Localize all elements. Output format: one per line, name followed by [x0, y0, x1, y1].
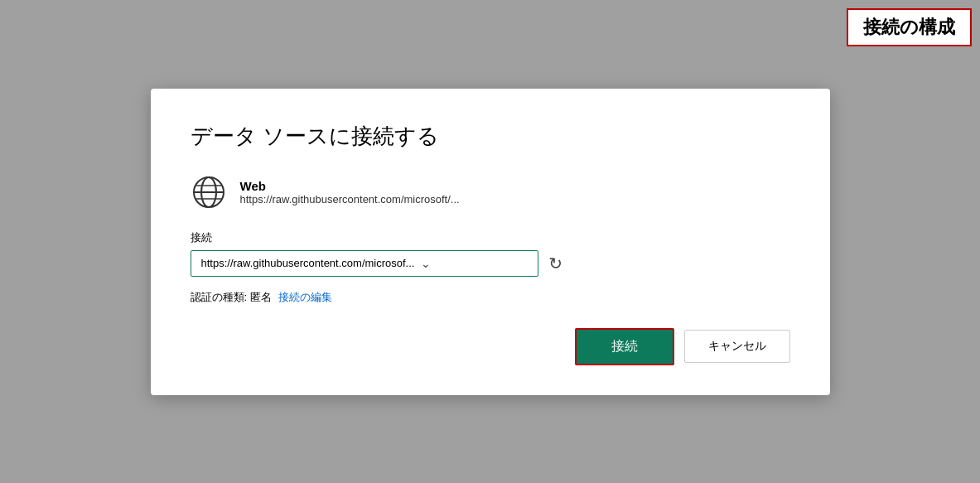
globe-icon — [191, 174, 227, 210]
connection-row: https://raw.githubusercontent.com/micros… — [191, 250, 790, 277]
title-badge: 接続の構成 — [847, 8, 972, 46]
source-info: Web https://raw.githubusercontent.com/mi… — [240, 179, 460, 205]
connection-value: https://raw.githubusercontent.com/micros… — [201, 257, 415, 269]
connect-button[interactable]: 接続 — [575, 328, 674, 365]
auth-type-text: 認証の種類: 匿名 — [191, 290, 272, 305]
dialog: データ ソースに接続する Web https://raw.githubuserc… — [151, 89, 830, 395]
source-row: Web https://raw.githubusercontent.com/mi… — [191, 174, 790, 210]
cancel-button[interactable]: キャンセル — [684, 330, 790, 363]
edit-connection-link[interactable]: 接続の編集 — [278, 290, 332, 305]
auth-row: 認証の種類: 匿名 接続の編集 — [191, 290, 790, 305]
source-url: https://raw.githubusercontent.com/micros… — [240, 193, 460, 205]
connection-label: 接続 — [191, 230, 790, 245]
dialog-title: データ ソースに接続する — [191, 122, 790, 151]
button-row: 接続 キャンセル — [191, 328, 790, 365]
connection-dropdown[interactable]: https://raw.githubusercontent.com/micros… — [191, 250, 538, 277]
source-name: Web — [240, 179, 460, 193]
refresh-icon[interactable]: ↺ — [548, 254, 562, 273]
chevron-down-icon: ⌄ — [421, 257, 527, 270]
